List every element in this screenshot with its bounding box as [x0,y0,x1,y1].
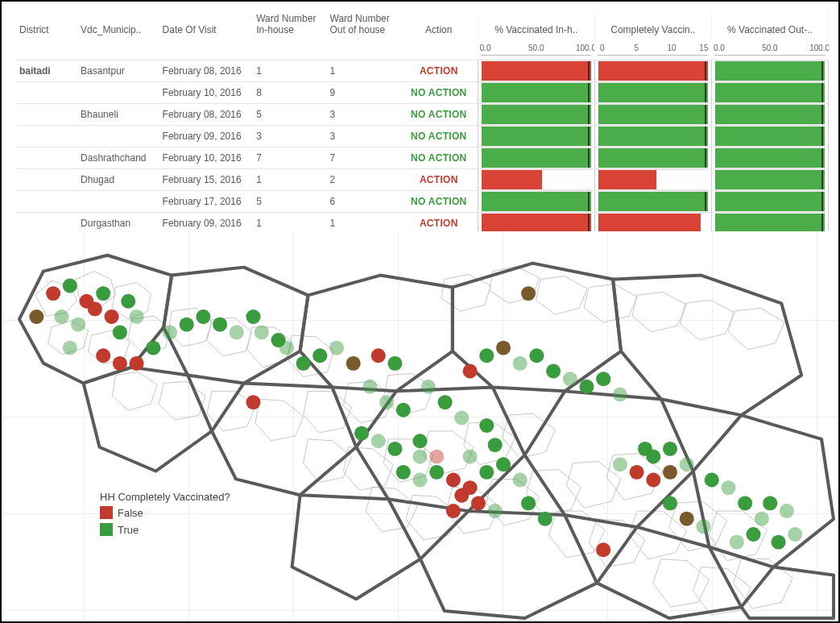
map-point[interactable] [438,395,453,409]
map-point[interactable] [446,473,461,488]
map-point[interactable] [446,504,461,518]
map-point[interactable] [54,309,68,324]
map-point[interactable] [113,356,127,371]
map-point[interactable] [413,450,428,464]
map-point[interactable] [663,442,677,456]
map-point[interactable] [488,438,503,452]
map-point[interactable] [454,410,469,425]
map-point[interactable] [396,465,411,480]
map-point[interactable] [96,348,110,363]
map-point[interactable] [663,465,677,480]
map-point[interactable] [421,380,436,394]
map-point[interactable] [371,434,386,448]
table-row[interactable]: February 09, 201633NO ACTION [16,126,829,147]
map-point[interactable] [312,348,327,363]
map-point[interactable] [279,341,294,355]
map-point[interactable] [396,403,411,417]
map-point[interactable] [379,395,394,409]
map-point[interactable] [429,465,444,480]
map-point[interactable] [463,364,478,379]
map-point[interactable] [613,388,627,402]
map-point[interactable] [163,325,177,339]
map-point[interactable] [721,480,735,495]
map-point[interactable] [521,286,536,301]
col-pct-in[interactable]: % Vaccinated In-h.. [478,11,594,39]
map-point[interactable] [71,318,85,332]
map-point[interactable] [413,434,428,448]
map-point[interactable] [213,318,227,332]
map-point[interactable] [763,496,777,510]
map-point[interactable] [46,286,60,301]
map-point[interactable] [246,309,261,324]
map-point[interactable] [546,364,561,379]
map-point[interactable] [387,356,402,371]
col-vdc[interactable]: Vdc_Municip.. [77,11,159,39]
map-point[interactable] [387,442,402,456]
map-point[interactable] [521,496,536,510]
map-point[interactable] [496,341,511,355]
map-point[interactable] [113,325,127,339]
map-point[interactable] [180,318,194,332]
col-complete[interactable]: Completely Vaccin.. [594,11,711,39]
map-point[interactable] [630,465,644,480]
map-point[interactable] [230,325,244,339]
table-row[interactable]: BhauneliFebruary 08, 201653NO ACTION [16,104,829,126]
map-point[interactable] [429,450,444,464]
map-point[interactable] [479,418,494,433]
map-point[interactable] [747,527,761,542]
map-point[interactable] [88,301,102,316]
map-point[interactable] [772,535,786,550]
map-point[interactable] [196,309,210,324]
map-point[interactable] [538,512,552,526]
map-point[interactable] [705,473,719,488]
map-point[interactable] [479,465,494,480]
map-point[interactable] [780,504,794,518]
map-point[interactable] [371,348,386,363]
col-ward-out[interactable]: Ward Number Out of house [327,11,400,39]
col-date[interactable]: Date Of Visit [159,11,254,39]
map-point[interactable] [613,457,627,471]
col-district[interactable]: District [16,11,77,39]
map-point[interactable] [130,356,144,371]
map-point[interactable] [513,473,528,488]
map-point[interactable] [96,286,110,301]
map-point[interactable] [496,457,511,471]
map-point[interactable] [646,450,660,464]
map-point[interactable] [479,348,494,363]
map-point[interactable] [146,341,160,355]
map-point[interactable] [680,457,694,471]
map-point[interactable] [121,294,135,309]
col-ward-in[interactable]: Ward Number In-house [253,11,326,39]
map-point[interactable] [696,519,710,534]
table-row[interactable]: DashrathchandFebruary 10, 201677NO ACTIO… [16,147,829,169]
map-point[interactable] [646,473,660,488]
table-row[interactable]: February 17, 201656NO ACTION [16,191,829,213]
table-row[interactable]: DhugadFebruary 15, 201612ACTION [16,169,829,191]
map-point[interactable] [63,341,77,355]
col-action[interactable]: Action [400,11,478,39]
map-point[interactable] [346,356,361,371]
map-point[interactable] [488,504,503,518]
map-point[interactable] [354,426,369,441]
map-point[interactable] [246,395,261,409]
table-row[interactable]: February 10, 201689NO ACTION [16,82,829,104]
map-point[interactable] [563,372,577,386]
map-point[interactable] [329,341,344,355]
map-point[interactable] [738,496,752,510]
map-point[interactable] [413,473,428,488]
map-point[interactable] [471,496,486,510]
map-point[interactable] [788,527,802,542]
map-point[interactable] [529,348,544,363]
map-point[interactable] [29,309,43,324]
map-section[interactable]: HH Completely Vaccinated? False True [3,231,837,620]
map-point[interactable] [296,356,311,371]
col-pct-out[interactable]: % Vaccinated Out-.. [711,11,828,39]
map-point[interactable] [130,309,144,324]
table-row[interactable]: baitadiBasantpurFebruary 08, 201611ACTIO… [16,60,829,82]
map-point[interactable] [680,512,694,526]
map-point[interactable] [254,325,269,339]
map-point[interactable] [580,380,594,394]
map-point[interactable] [596,372,610,386]
map-point[interactable] [730,535,744,550]
map-point[interactable] [63,279,77,293]
